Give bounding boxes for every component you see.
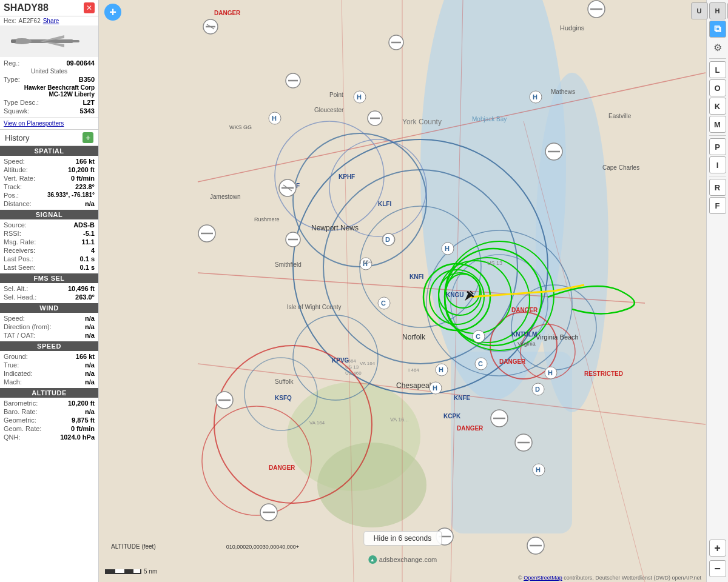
svg-text:H: H xyxy=(533,93,538,101)
fms-header: FMS SEL xyxy=(0,273,98,283)
svg-text:Smithfield: Smithfield xyxy=(275,261,302,268)
plane-image xyxy=(0,25,98,57)
wind-speed-label: Speed: xyxy=(4,315,25,322)
r-button[interactable]: R xyxy=(709,179,726,196)
svg-text:D: D xyxy=(535,386,540,393)
svg-text:US 13: US 13 xyxy=(345,364,359,370)
true-value: n/a xyxy=(85,361,95,369)
pos-label: Pos.: xyxy=(4,192,19,199)
svg-text:Virginia: Virginia xyxy=(517,341,536,347)
watermark-text: adsbexchange.com xyxy=(379,556,437,563)
svg-rect-5 xyxy=(11,39,16,43)
svg-text:H: H xyxy=(357,93,362,101)
model-value: MC-12W Liberty xyxy=(4,91,95,98)
svg-text:H: H xyxy=(433,384,437,392)
ground-label: Ground: xyxy=(4,353,28,360)
msg-rate-label: Msg. Rate: xyxy=(4,238,36,246)
wind-dir-value: n/a xyxy=(85,323,95,330)
svg-text:DANGER: DANGER xyxy=(269,464,295,471)
svg-text:H: H xyxy=(548,369,553,376)
distance-value: n/a xyxy=(85,200,95,207)
track-label: Track: xyxy=(4,183,22,190)
altitude-label: Altitude: xyxy=(4,166,28,173)
receivers-label: Receivers: xyxy=(4,247,35,254)
spatial-section: SPATIAL Speed:166 kt Altitude:10,200 ft … xyxy=(0,146,98,209)
alt-tick-40k: 40,000+ xyxy=(279,544,299,550)
country-value: United States xyxy=(4,68,95,75)
receivers-value: 4 xyxy=(91,247,95,254)
svg-point-21 xyxy=(275,121,384,230)
spatial-header: SPATIAL xyxy=(0,146,98,156)
o-button[interactable]: O xyxy=(709,79,726,96)
l-button[interactable]: L xyxy=(709,61,726,78)
qnh-value: 1024.0 hPa xyxy=(60,433,95,441)
settings-button[interactable]: ⚙ xyxy=(709,39,726,56)
attribution-text: © xyxy=(518,575,524,581)
distance-label: Distance: xyxy=(4,200,32,207)
svg-text:RESTRICTED: RESTRICTED xyxy=(584,370,623,377)
hex-value: AE2F62 xyxy=(19,18,41,24)
h-button[interactable]: H xyxy=(709,2,726,19)
svg-text:I 664: I 664 xyxy=(345,358,356,364)
geo-rate-value: 0 ft/min xyxy=(71,425,95,432)
svg-text:Hudgins: Hudgins xyxy=(560,24,585,32)
alt-tick-20k: 20,000 xyxy=(246,544,263,550)
svg-text:I 664: I 664 xyxy=(360,259,372,265)
hex-label: Hex: xyxy=(4,18,16,24)
svg-text:Eastville: Eastville xyxy=(608,113,632,119)
svg-text:DANGER: DANGER xyxy=(457,425,484,432)
k-button[interactable]: K xyxy=(709,98,726,115)
u-button[interactable]: U xyxy=(691,2,708,19)
svg-rect-8 xyxy=(451,352,572,534)
toolbar-top-row: U H T xyxy=(691,2,729,19)
view-planespotters-link[interactable]: View on Planespotters xyxy=(4,120,64,127)
openstreetmap-link[interactable]: OpenStreetMap xyxy=(524,575,562,581)
attribution: © OpenStreetMap contributors, Deutscher … xyxy=(518,575,701,581)
hide-banner[interactable]: Hide in 6 seconds xyxy=(363,531,442,546)
m-button[interactable]: M xyxy=(709,116,726,133)
indicated-value: n/a xyxy=(85,370,95,377)
baro-rate-value: n/a xyxy=(85,408,95,415)
last-seen-value: 0.1 s xyxy=(80,264,95,271)
zoom-in-button[interactable]: + xyxy=(709,540,726,557)
alt-tick-10k: 10,000 xyxy=(229,544,246,550)
sel-head-value: 263.0° xyxy=(75,293,95,301)
svg-text:C: C xyxy=(476,333,480,340)
svg-text:Mobjack Bay: Mobjack Bay xyxy=(472,116,507,122)
scale-bar: 5 nm xyxy=(105,568,157,575)
add-button[interactable]: + xyxy=(104,4,121,21)
svg-point-28 xyxy=(244,358,317,430)
svg-text:Virginia Beach: Virginia Beach xyxy=(536,333,579,341)
qnh-label: QNH: xyxy=(4,433,21,441)
toolbar-separator-3 xyxy=(709,176,726,176)
speed-value: 166 kt xyxy=(76,158,95,165)
geo-rate-label: Geom. Rate: xyxy=(4,425,41,432)
squawk-value: 5343 xyxy=(80,107,95,115)
type-desc-label: Type Desc.: xyxy=(4,99,39,106)
vert-rate-value: 0 ft/min xyxy=(71,175,95,182)
layers-button[interactable]: ⧉ xyxy=(709,21,726,38)
msg-rate-value: 11.1 xyxy=(82,238,95,246)
history-add-button[interactable]: + xyxy=(83,132,93,143)
mach-label: Mach: xyxy=(4,378,22,386)
svg-text:KLFI: KLFI xyxy=(378,201,391,207)
wind-dir-label: Direction (from): xyxy=(4,323,52,330)
signal-section: SIGNAL Source:ADS-B RSSI:-5.1 Msg. Rate:… xyxy=(0,210,98,273)
pos-value: 36.933°, -76.181° xyxy=(47,192,95,199)
alt-tick-30k: 30,000 xyxy=(263,544,280,550)
close-button[interactable]: ✕ xyxy=(84,2,95,13)
svg-text:C: C xyxy=(381,299,386,307)
svg-text:H: H xyxy=(272,115,277,122)
f-button[interactable]: F xyxy=(709,197,726,214)
svg-text:VA 16...: VA 16... xyxy=(390,416,409,423)
wind-speed-value: n/a xyxy=(85,315,95,322)
share-link[interactable]: Share xyxy=(43,18,59,24)
i-button[interactable]: I xyxy=(709,156,726,173)
toolbar-separator-1 xyxy=(709,58,726,59)
zoom-out-button[interactable]: − xyxy=(709,560,726,577)
svg-text:KNGU: KNGU xyxy=(446,292,463,298)
manufacturer-value: Hawker Beechcraft Corp xyxy=(4,84,95,91)
map-container[interactable]: DANGER DANGER DANGER DANGER RESTRICTED D… xyxy=(99,0,706,582)
svg-text:Norfolk: Norfolk xyxy=(402,333,426,341)
p-button[interactable]: P xyxy=(709,138,726,155)
